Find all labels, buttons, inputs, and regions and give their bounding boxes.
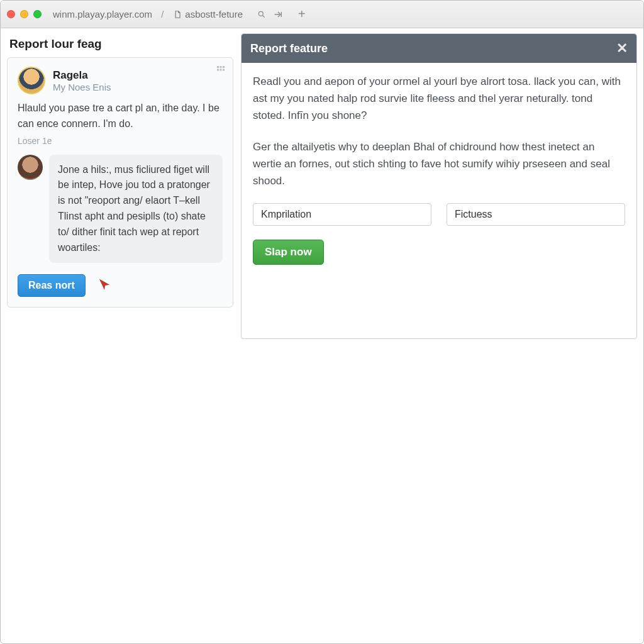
panel-body: Readl you and aepon of your ormel al you… — [242, 63, 636, 275]
svg-rect-6 — [223, 69, 225, 71]
message-bubble: Jone a hils:, mus ficliured figet will b… — [49, 155, 223, 264]
panel-paragraph-1: Readl you and aepon of your ormel al you… — [253, 73, 625, 125]
card-intro-text: Hlauld you pase tre a cart pl an, ithe d… — [18, 101, 223, 132]
report-feature-panel: Report feature ✕ Readl you and aepon of … — [241, 33, 637, 339]
card-user-row: Ragela My Noes Enis — [18, 67, 223, 94]
tab-document-name: asbostt-feture — [185, 9, 243, 19]
close-icon[interactable]: ✕ — [616, 40, 628, 57]
svg-rect-3 — [223, 66, 225, 68]
new-tab-button[interactable]: + — [298, 7, 306, 21]
svg-point-0 — [258, 11, 263, 16]
tab-action-icons — [257, 9, 283, 19]
app-window: winm.playay.player.com / asbostt-feture … — [0, 0, 644, 644]
tab-document[interactable]: asbostt-feture — [172, 9, 243, 19]
pointer-arrow-icon — [96, 277, 113, 294]
svg-rect-1 — [217, 66, 219, 68]
input-kmprilation[interactable] — [253, 203, 431, 226]
forward-icon[interactable] — [273, 9, 283, 19]
panel-header: Report feature ✕ — [242, 34, 636, 63]
titlebar: winm.playay.player.com / asbostt-feture … — [1, 1, 643, 28]
close-window-button[interactable] — [7, 10, 15, 18]
reas-nort-button[interactable]: Reas nort — [18, 274, 86, 297]
avatar — [18, 67, 45, 94]
path-separator: / — [161, 9, 164, 19]
panel-paragraph-2: Ger the altailyetis why to deeplan Bhal … — [253, 138, 625, 190]
maximize-window-button[interactable] — [33, 10, 42, 18]
panel-input-row — [253, 203, 625, 226]
svg-rect-2 — [220, 66, 222, 68]
sidebar: Report lour feag Ragela My Noes Enis Hla… — [7, 33, 233, 308]
report-card: Ragela My Noes Enis Hlauld you pase tre … — [7, 57, 233, 308]
sidebar-title: Report lour feag — [7, 33, 233, 57]
panel-title: Report feature — [250, 42, 328, 55]
card-menu-icon[interactable] — [215, 64, 226, 75]
card-message-row: Jone a hils:, mus ficliured figet will b… — [18, 155, 223, 264]
content-area: Report lour feag Ragela My Noes Enis Hla… — [1, 28, 643, 643]
svg-rect-5 — [220, 69, 222, 71]
user-subtext: My Noes Enis — [53, 82, 111, 92]
address-url[interactable]: winm.playay.player.com — [53, 9, 152, 19]
input-fictuess[interactable] — [447, 203, 625, 226]
minimize-window-button[interactable] — [20, 10, 28, 18]
window-controls — [7, 10, 42, 18]
user-name: Ragela — [53, 69, 111, 82]
tab-strip: winm.playay.player.com / asbostt-feture … — [53, 7, 306, 21]
search-icon[interactable] — [257, 9, 267, 19]
avatar — [18, 155, 43, 180]
document-icon — [172, 9, 182, 19]
svg-rect-4 — [217, 69, 219, 71]
card-button-row: Reas nort — [18, 274, 223, 297]
slap-now-button[interactable]: Slap now — [253, 240, 324, 265]
card-meta-text: Loser 1e — [18, 136, 223, 146]
